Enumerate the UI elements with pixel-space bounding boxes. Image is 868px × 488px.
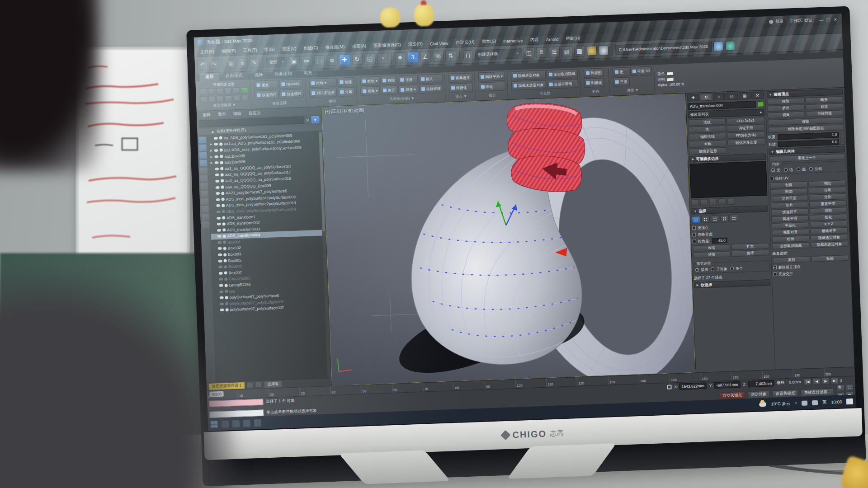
modifier-button[interactable]: FFD(长方体) bbox=[727, 131, 765, 139]
poly-modeling-footer[interactable]: 多边形建模 ▼ bbox=[200, 102, 249, 109]
ribbon-button[interactable]: 松弛 ▾ bbox=[309, 78, 337, 88]
visibility-eye-icon[interactable] bbox=[215, 161, 219, 164]
ribbon-button[interactable]: 目标焊接 bbox=[419, 84, 443, 94]
display-lights-icon[interactable] bbox=[199, 160, 207, 167]
visibility-eye-icon[interactable] bbox=[217, 229, 221, 231]
crease-field[interactable]: 0.0 bbox=[778, 139, 839, 147]
notification-center-icon[interactable] bbox=[846, 398, 853, 404]
display-helpers-icon[interactable] bbox=[200, 175, 208, 182]
explorer-menu-item[interactable]: 自定义 bbox=[245, 109, 264, 117]
edit-geometry-button[interactable]: 平面化 bbox=[771, 222, 809, 229]
modifier-button[interactable]: FFD 3x3x3 bbox=[726, 117, 764, 125]
copy-button[interactable]: 复制 bbox=[773, 256, 811, 263]
display-materials-icon[interactable] bbox=[201, 191, 208, 197]
filter-icon[interactable]: ▼ bbox=[311, 116, 320, 124]
edit-vertices-button[interactable]: 挤出 bbox=[767, 104, 805, 112]
expand-arrow-icon[interactable] bbox=[210, 161, 213, 164]
ribbon-button[interactable]: 移除 bbox=[380, 75, 397, 85]
menu-item[interactable]: 渲染(R) bbox=[405, 40, 426, 49]
select-link-icon[interactable]: ⧉ bbox=[226, 59, 236, 69]
ribbon-button[interactable]: 平滑 30 bbox=[630, 66, 652, 76]
filter-selection-icon[interactable] bbox=[201, 214, 209, 221]
menu-item[interactable]: 修改器(M) bbox=[322, 43, 348, 52]
perspective-viewport[interactable]: [+] [正交] [标准] [边面] bbox=[321, 94, 695, 386]
pin-stack-icon[interactable] bbox=[691, 199, 699, 206]
ribbon-button[interactable]: 分离 bbox=[338, 87, 355, 97]
edit-geometry-button[interactable]: 切片 bbox=[770, 202, 808, 209]
window-controls[interactable]: — ☐ ✕ bbox=[819, 17, 838, 23]
render-setup-icon[interactable] bbox=[598, 45, 609, 56]
visibility-eye-icon[interactable] bbox=[217, 223, 221, 225]
grow-button[interactable]: 扩大 bbox=[731, 243, 769, 250]
selection-set-button[interactable]: 选择集 bbox=[264, 380, 283, 388]
ribbon-button[interactable]: 快速循环 bbox=[279, 89, 304, 99]
play-icon[interactable]: ▶ bbox=[821, 378, 830, 385]
percent-snap-icon[interactable]: % bbox=[433, 51, 444, 62]
filter-funnel-icon[interactable] bbox=[202, 221, 209, 228]
edit-geometry-button[interactable]: 隐藏选定对象 bbox=[810, 234, 848, 241]
window-crossing-icon[interactable]: ⧇ bbox=[326, 55, 338, 66]
zoom-icon[interactable]: 🔍 bbox=[836, 384, 845, 391]
modifier-mode-icon[interactable] bbox=[241, 87, 249, 94]
modifier-button[interactable]: 涡轮平滑 bbox=[727, 124, 765, 132]
modifier-button[interactable]: 对称 bbox=[689, 140, 727, 148]
shrink-button[interactable]: 收缩 bbox=[693, 244, 731, 251]
edit-geometry-button[interactable]: 分离 bbox=[808, 187, 846, 194]
expand-arrow-icon[interactable] bbox=[209, 143, 212, 146]
poly-tool-icon[interactable] bbox=[208, 96, 216, 103]
lighting-swatch[interactable] bbox=[667, 78, 674, 82]
ribbon-button[interactable]: 创建 bbox=[337, 77, 354, 87]
visibility-eye-icon[interactable] bbox=[214, 155, 218, 158]
curve-editor-icon[interactable]: ▤ bbox=[561, 46, 572, 57]
border-mode-icon[interactable] bbox=[216, 88, 224, 95]
preview-option-radio[interactable]: 多个 bbox=[730, 265, 743, 271]
expand-arrow-icon[interactable] bbox=[210, 149, 213, 152]
menu-item[interactable]: 创建(C) bbox=[300, 44, 321, 52]
named-selection-dropdown[interactable]: 创建选择集▾ bbox=[475, 48, 522, 60]
constraint-radio[interactable]: 无 bbox=[771, 167, 780, 173]
visibility-eye-icon[interactable] bbox=[215, 168, 219, 170]
visibility-eye-icon[interactable] bbox=[218, 259, 222, 262]
visibility-eye-icon[interactable] bbox=[214, 137, 218, 140]
bind-spacewarp-icon[interactable]: ✎ bbox=[249, 58, 259, 68]
menu-item[interactable]: Civil View bbox=[427, 40, 452, 47]
edit-geometry-button[interactable]: 视图对齐 bbox=[772, 229, 810, 236]
volume-icon[interactable] bbox=[812, 400, 818, 405]
layer-manager-icon[interactable]: ☰ bbox=[548, 47, 560, 58]
edit-vertices-button[interactable]: 断开 bbox=[805, 96, 843, 103]
ribbon-button[interactable]: 网格平滑 ▾ bbox=[478, 71, 505, 81]
visibility-eye-icon[interactable] bbox=[217, 216, 221, 219]
menu-item[interactable]: 视图(V) bbox=[279, 45, 300, 53]
hierarchy-tab-icon[interactable]: ⌂ bbox=[713, 93, 725, 101]
ribbon-button[interactable]: 到视图 bbox=[583, 68, 604, 78]
display-bones-icon[interactable] bbox=[201, 198, 208, 205]
mirror-icon[interactable]: ◫ bbox=[523, 47, 534, 59]
edit-vertices-button[interactable]: 切角 bbox=[767, 111, 805, 118]
ribbon-tab[interactable]: 填充 bbox=[298, 69, 318, 78]
clock[interactable]: 10:08 bbox=[831, 399, 842, 404]
preview-option-radio[interactable]: 子对象 bbox=[711, 266, 727, 272]
ribbon-button[interactable]: 细化 bbox=[478, 81, 505, 91]
explorer-menu-item[interactable]: 编辑 bbox=[230, 110, 245, 117]
utilities-tab-icon[interactable]: ⚒ bbox=[751, 92, 764, 99]
ribbon-button[interactable]: 全部取消隐藏 bbox=[546, 69, 578, 80]
menu-item[interactable]: 帮助(H) bbox=[562, 34, 584, 43]
element-subobject-icon[interactable] bbox=[730, 215, 739, 222]
display-all-icon[interactable] bbox=[198, 137, 206, 144]
y-coordinate-field[interactable]: -687.581mm bbox=[714, 381, 741, 388]
polygon-mode-icon[interactable] bbox=[224, 88, 232, 95]
visibility-eye-icon[interactable] bbox=[214, 149, 218, 152]
constraint-radio[interactable]: 面 bbox=[797, 166, 806, 172]
ribbon-button[interactable]: 断开 bbox=[381, 85, 398, 95]
alpha-value[interactable]: 100.00 bbox=[669, 82, 680, 87]
taskbar-app-icon[interactable] bbox=[254, 419, 262, 427]
motion-tab-icon[interactable]: ◎ bbox=[726, 93, 738, 100]
poly-tool-icon[interactable] bbox=[200, 96, 208, 103]
vertex-subobject-icon[interactable] bbox=[692, 216, 701, 224]
edit-geometry-button[interactable]: 快速切片 bbox=[771, 208, 809, 216]
taskbar-app-icon[interactable] bbox=[243, 420, 251, 427]
select-and-move-icon[interactable]: ✚ bbox=[339, 54, 350, 66]
ribbon-button[interactable]: 焊接化 bbox=[448, 83, 473, 93]
menu-item[interactable]: Interactive bbox=[500, 37, 526, 45]
modifier-button[interactable]: 编辑多边形 bbox=[689, 147, 727, 155]
